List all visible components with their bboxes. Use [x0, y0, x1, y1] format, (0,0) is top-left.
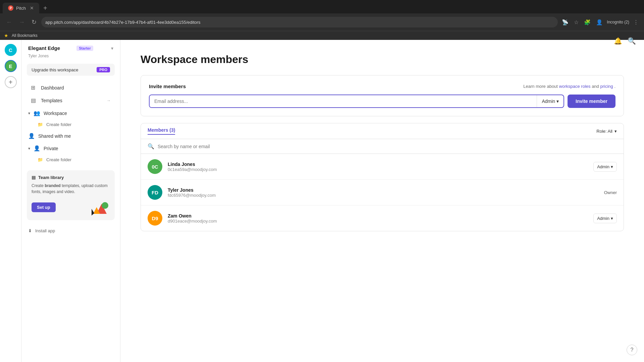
members-tabs: Members (3) Role: All ▾ [141, 123, 624, 139]
sidebar-header: Elegant Edge Starter ▾ [21, 40, 120, 54]
profile-button[interactable]: 👤 [595, 18, 604, 27]
shared-icon: 👤 [28, 133, 35, 139]
email-input-wrap: Admin ▾ [149, 95, 564, 108]
active-browser-tab[interactable]: P Pitch ✕ [3, 3, 39, 13]
role-dropdown-label: Admin [542, 99, 555, 104]
workspace-name: Elegant Edge [28, 45, 60, 51]
member-info-2: Zam Owen d901eace@moodjoy.com [168, 213, 588, 224]
member-role-select-0[interactable]: Admin ▾ [593, 162, 617, 172]
install-app-item[interactable]: ⬇ Install app [21, 224, 120, 237]
workspace-label: Workspace [44, 111, 67, 116]
invite-card: Invite members Learn more about workspac… [141, 75, 624, 116]
member-avatar-1: FD [148, 185, 162, 200]
install-app-icon: ⬇ [28, 228, 32, 233]
member-avatar-0: 0C [148, 159, 162, 174]
sidebar-item-dashboard[interactable]: ⊞ Dashboard [24, 81, 117, 94]
team-library-illustration [90, 199, 110, 216]
upgrade-label: Upgrade this workspace [32, 67, 78, 72]
search-icon-topright[interactable]: 🔍 [628, 40, 636, 45]
sidebar-item-create-folder[interactable]: 📁 Create folder [21, 119, 120, 130]
sidebar-item-shared-with-me[interactable]: 👤 Shared with me [21, 130, 120, 142]
invite-learn-more: Learn more about workspace roles and pri… [523, 84, 615, 89]
role-filter-label: Role: All [596, 129, 612, 134]
member-email-0: 0c1ea59a@moodjoy.com [168, 167, 588, 172]
add-workspace-button[interactable]: + [5, 76, 17, 88]
extensions-button[interactable]: 🧩 [583, 18, 592, 27]
create-folder-private-icon: 📁 [38, 157, 43, 162]
cast-button[interactable]: 📡 [560, 18, 570, 27]
sidebar-item-create-folder-private[interactable]: 📁 Create folder [21, 155, 120, 165]
workspace-icon: 👥 [34, 110, 40, 116]
invite-title: Invite members [149, 83, 186, 89]
email-input[interactable] [150, 95, 537, 107]
templates-arrow: → [107, 98, 111, 103]
sidebar-item-private[interactable]: ▾ 👤 Private [21, 142, 120, 155]
active-workspace-avatar[interactable]: E [5, 60, 17, 72]
sidebar-item-templates[interactable]: ▤ Templates → [24, 94, 117, 107]
member-search-input[interactable] [158, 144, 617, 149]
workspace-dropdown-icon[interactable]: ▾ [111, 46, 113, 51]
page-title: Workspace members [141, 53, 624, 66]
member-row: FD Tyler Jones fdc65976@moodjoy.com Owne… [141, 180, 624, 205]
svg-point-2 [102, 202, 108, 209]
workspace-roles-link[interactable]: workspace roles [559, 84, 591, 89]
member-name-1: Tyler Jones [168, 187, 599, 193]
bookmark-star-button[interactable]: ☆ [573, 18, 580, 27]
member-search-bar: 🔍 [141, 139, 624, 154]
role-dropdown-chevron: ▾ [556, 99, 559, 104]
member-info-1: Tyler Jones fdc65976@moodjoy.com [168, 187, 599, 198]
templates-label: Templates [41, 98, 62, 103]
team-library-title: Team library [38, 175, 64, 180]
notification-icon[interactable]: 🔔 [614, 40, 622, 45]
pro-badge: PRO [97, 67, 110, 72]
member-role-select-2[interactable]: Admin ▾ [593, 214, 617, 223]
help-button[interactable]: ? [627, 345, 637, 355]
svg-marker-3 [92, 209, 94, 216]
icon-bar: C E + [0, 40, 21, 362]
user-name: Tyler Jones [21, 54, 120, 62]
dashboard-label: Dashboard [41, 85, 64, 90]
forward-button[interactable]: → [17, 17, 27, 27]
address-bar[interactable] [41, 17, 558, 27]
workspace-avatar-c[interactable]: C [5, 44, 17, 56]
pricing-link[interactable]: pricing [600, 84, 613, 89]
back-button[interactable]: ← [4, 17, 14, 27]
team-library-card: ▤ Team library Create branded templates,… [27, 170, 115, 220]
team-library-setup-button[interactable]: Set up [32, 202, 56, 212]
reload-button[interactable]: ↻ [30, 17, 39, 27]
create-folder-label: Create folder [46, 122, 71, 127]
role-filter[interactable]: Role: All ▾ [596, 129, 617, 134]
member-name-0: Linda Jones [168, 162, 588, 167]
shared-label: Shared with me [38, 133, 71, 139]
member-row: 0C Linda Jones 0c1ea59a@moodjoy.com Admi… [141, 154, 624, 180]
member-info-0: Linda Jones 0c1ea59a@moodjoy.com [168, 162, 588, 172]
private-label: Private [44, 146, 58, 151]
role-dropdown[interactable]: Admin ▾ [537, 95, 564, 107]
new-tab-button[interactable]: + [41, 3, 50, 13]
upgrade-workspace-button[interactable]: Upgrade this workspace PRO [27, 64, 115, 76]
member-email-2: d901eace@moodjoy.com [168, 219, 588, 224]
private-chevron: ▾ [28, 146, 30, 151]
workspace-plan-badge: Starter [76, 46, 93, 51]
main-content: 🔔 🔍 Workspace members Invite members Lea… [120, 40, 644, 362]
invite-member-button[interactable]: Invite member [568, 95, 615, 108]
members-section: Members (3) Role: All ▾ 🔍 0C Linda Jones… [141, 123, 624, 231]
member-role-owner: Owner [604, 190, 617, 195]
members-tab[interactable]: Members (3) [148, 127, 175, 135]
create-folder-private-label: Create folder [46, 157, 71, 162]
sidebar: Elegant Edge Starter ▾ Tyler Jones Upgra… [21, 40, 120, 362]
all-bookmarks[interactable]: All Bookmarks [10, 33, 40, 39]
bookmark-star-icon: ★ [4, 33, 8, 38]
team-library-description: Create branded templates, upload custom … [32, 183, 110, 195]
team-library-icon: ▤ [32, 175, 36, 180]
member-search-icon: 🔍 [148, 143, 154, 149]
member-row: D9 Zam Owen d901eace@moodjoy.com Admin ▾ [141, 205, 624, 231]
create-folder-icon: 📁 [38, 122, 43, 127]
sidebar-nav: ⊞ Dashboard ▤ Templates → ▾ 👥 Workspace … [21, 80, 120, 166]
member-name-2: Zam Owen [168, 213, 588, 219]
sidebar-item-workspace[interactable]: ▾ 👥 Workspace [21, 107, 120, 119]
tab-close-button[interactable]: ✕ [30, 5, 34, 11]
all-bookmarks-label: All Bookmarks [12, 33, 38, 38]
menu-button[interactable]: ⋮ [632, 18, 640, 27]
private-icon: 👤 [34, 145, 40, 152]
